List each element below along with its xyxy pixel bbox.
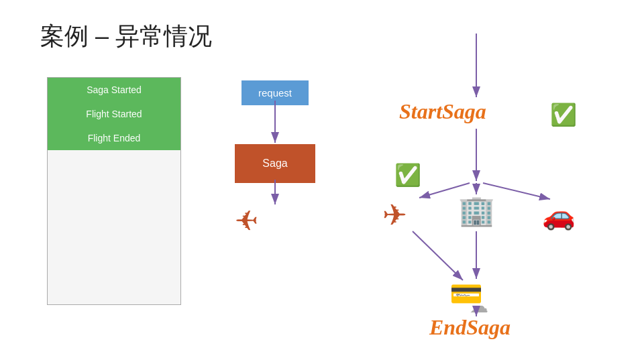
saga-started-row: Saga Started bbox=[48, 78, 180, 102]
checkmark-mid: ✅ bbox=[394, 162, 421, 188]
flight-started-row: Flight Started bbox=[48, 102, 180, 126]
hotel-icon: 🏢 bbox=[458, 193, 495, 228]
svg-line-8 bbox=[413, 231, 463, 280]
request-box: request bbox=[241, 80, 309, 105]
plane-icon-middle: ✈ bbox=[235, 204, 258, 237]
cloud-icon: ☁ bbox=[470, 295, 488, 317]
checkmark-top: ✅ bbox=[550, 102, 577, 127]
car-icon: 🚗 bbox=[542, 200, 576, 231]
page-title: 案例 – 异常情况 bbox=[40, 20, 212, 53]
panel-empty-space bbox=[48, 150, 180, 304]
flight-ended-row: Flight Ended bbox=[48, 126, 180, 150]
left-event-panel: Saga Started Flight Started Flight Ended bbox=[47, 77, 181, 305]
plane-icon-right: ✈ bbox=[382, 198, 407, 232]
saga-box: Saga bbox=[235, 144, 315, 183]
end-saga-label: EndSaga bbox=[429, 315, 511, 340]
start-saga-label: StartSaga bbox=[399, 99, 486, 124]
